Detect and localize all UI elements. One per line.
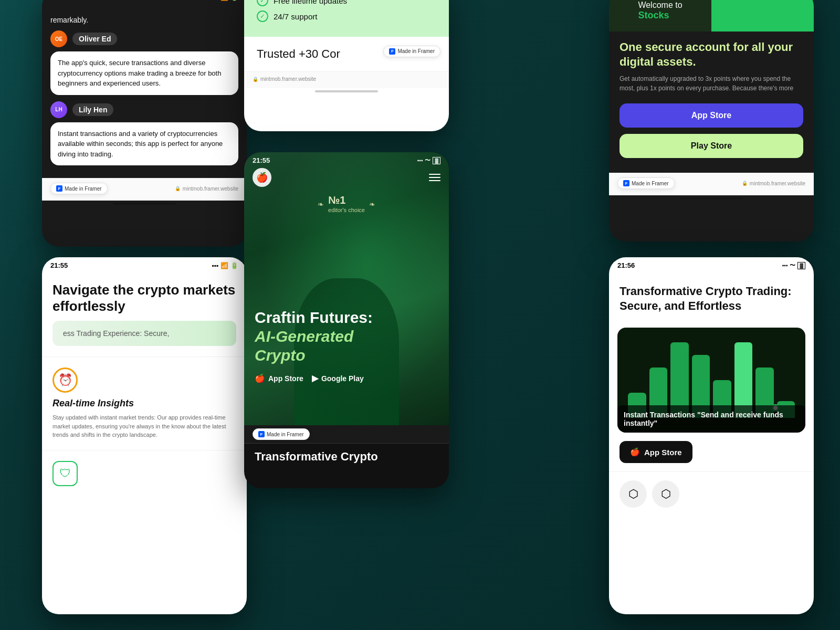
hero-google-play-btn[interactable]: ▶ Google Play: [312, 373, 364, 383]
card-hero: 21:55 ▪▪▪ 〜 ▓ 🍎 ❧ №1 editor's choice ❧: [244, 152, 449, 488]
signal-icon: ▪▪▪: [212, 0, 218, 1]
card2-footer: mintmob.framer.website: [244, 71, 449, 88]
framer-icon-3: F: [623, 180, 629, 186]
security-section: 🛡: [42, 450, 247, 497]
battery-icon-4: 🔋: [230, 262, 238, 269]
site-url-1: mintmob.framer.website: [175, 186, 238, 192]
trusted-section: Trusted +30 Cor F Made in Framer: [244, 37, 449, 71]
app-store-button[interactable]: App Store: [620, 103, 803, 128]
app-store-section: 🍎 App Store: [620, 441, 803, 463]
status-bar-5: 21:55 ▪▪▪ 〜 ▓: [244, 152, 449, 169]
hero-content: Craftin Futures: AI-Generated Crypto 🍎 A…: [255, 308, 438, 383]
stocks-header-right: [711, 0, 814, 32]
framer-label-3: Made in Framer: [632, 181, 669, 186]
user-row-2: LH Lily Hen: [50, 101, 238, 118]
transform-header: Transformative Crypto Trading: Secure, a…: [609, 274, 814, 328]
framer-badge-3: F Made in Framer: [617, 177, 675, 189]
transform-title: Transformative Crypto Trading: Secure, a…: [620, 284, 803, 313]
features-section: ✓ Free lifetime updates ✓ 24/7 support: [244, 0, 449, 37]
insights-section: ⏰ Real-time Insights Stay updated with i…: [42, 356, 247, 450]
username-lily: Lily Hen: [72, 103, 113, 116]
welcome-line2: Stocks: [638, 10, 682, 21]
hamburger-line-1: [429, 174, 440, 175]
crypto-icon-box: ⬡: [620, 480, 647, 508]
framer-badge-float: F Made in Framer: [383, 45, 440, 57]
avatar-lily: LH: [50, 101, 67, 118]
laurel-right: ❧: [369, 200, 375, 208]
signal-icon-5: ▪▪▪: [417, 158, 423, 163]
crypto-icon-box-2: ⬡: [652, 480, 679, 508]
home-indicator-2: [315, 90, 378, 92]
card-chat: ▪▪▪ 📶 🔋 remarkably. OE Oliver Ed The app…: [42, 0, 247, 247]
choice-block: №1 editor's choice: [328, 194, 365, 214]
hero-title-line3: Crypto: [255, 346, 306, 364]
hamburger-menu[interactable]: [429, 174, 440, 181]
hero-title-line2: AI-Generated: [255, 328, 353, 345]
signal-icon-6: ▪▪▪: [782, 262, 788, 268]
feature-label-2: 24/7 support: [274, 12, 317, 21]
framer-icon-1: F: [56, 185, 62, 192]
clock-icon: ⏰: [52, 368, 78, 393]
status-time-4: 21:55: [50, 261, 68, 269]
status-bar-4: 21:55 ▪▪▪ 📶 🔋: [42, 257, 247, 274]
transformative-teaser: Transformative Crypto: [244, 443, 449, 470]
navigate-title: Navigate the crypto markets effortlessly: [52, 282, 236, 314]
chat-bubble-2: Instant transactions and a variety of cr…: [50, 122, 238, 166]
card-navigate: 21:55 ▪▪▪ 📶 🔋 Navigate the crypto market…: [42, 257, 247, 614]
framer-icon-2: F: [389, 48, 395, 55]
remarkably-text: remarkably.: [50, 12, 238, 30]
hero-footer-bar: F Made in Framer: [244, 425, 449, 443]
crypto-network-icon: ⬡: [628, 487, 638, 501]
play-icon: ▶: [312, 373, 318, 383]
trading-pill: ess Trading Experience: Secure,: [52, 321, 236, 346]
framer-badge-2: F Made in Framer: [383, 46, 440, 57]
chat-bubble-1: The app's quick, secure transactions and…: [50, 51, 238, 95]
play-store-button[interactable]: Play Store: [620, 134, 803, 158]
chat-content: remarkably. OE Oliver Ed The app's quick…: [42, 5, 247, 178]
card-features: ✓ Free lifetime updates ✓ 24/7 support T…: [244, 0, 449, 131]
framer-label-5: Made in Framer: [267, 432, 304, 437]
editors-choice: ❧ №1 editor's choice ❧: [318, 194, 375, 214]
framer-label-1: Made in Framer: [65, 186, 102, 192]
stocks-body: One secure account for all your digital …: [609, 32, 814, 173]
hero-image: 🍎 ❧ №1 editor's choice ❧ Craftin Futures…: [244, 152, 449, 425]
hero-title-line1: Craftin Futures:: [255, 309, 373, 326]
laurel-left: ❧: [318, 200, 324, 208]
stocks-headline: One secure account for all your digital …: [620, 40, 803, 69]
user-row-1: OE Oliver Ed: [50, 30, 238, 47]
battery-icon-6: ▓: [797, 262, 805, 269]
apple-icon-6: 🍎: [630, 447, 640, 457]
home-indicator-3: [680, 197, 743, 200]
hamburger-line-3: [429, 180, 440, 181]
stocks-subtext: Get automatically upgraded to 3x points …: [620, 74, 803, 93]
app-store-bottom-btn[interactable]: 🍎 App Store: [620, 441, 692, 463]
framer-badge-1: F Made in Framer: [50, 183, 108, 194]
hero-title: Craftin Futures: AI-Generated Crypto: [255, 308, 438, 365]
apple-icon: 🍎: [255, 373, 265, 383]
feature-label-1: Free lifetime updates: [274, 0, 347, 5]
insights-text: Stay updated with instant market trends:…: [52, 413, 236, 439]
insights-title: Real-time Insights: [52, 398, 236, 409]
wifi-icon-6: 〜: [790, 261, 795, 269]
navigate-header: Navigate the crypto markets effortlessly…: [42, 274, 247, 356]
username-oliver: Oliver Ed: [72, 33, 117, 45]
wifi-icon-4: 📶: [220, 262, 228, 269]
battery-icon: 🔋: [230, 0, 238, 1]
hero-app-store-btn[interactable]: 🍎 App Store: [255, 373, 303, 383]
welcome-line1: Welcome to: [638, 1, 682, 10]
stocks-header-left: Welcome to Stocks: [609, 0, 711, 32]
home-indicator-1: [113, 203, 176, 205]
feature-item-1: ✓ Free lifetime updates: [257, 0, 436, 6]
chart-container: Instant Transactions "Send and receive f…: [617, 328, 805, 433]
site-url-3: mintmob.framer.website: [742, 181, 805, 186]
app-store-bottom-label: App Store: [644, 448, 682, 457]
card3-footer: F Made in Framer mintmob.framer.website: [609, 173, 814, 195]
welcome-text-block: Welcome to Stocks: [629, 1, 690, 21]
hero-app-store-label: App Store: [268, 374, 303, 383]
signal-icon-4: ▪▪▪: [212, 262, 218, 269]
hero-google-play-label: Google Play: [321, 374, 364, 383]
battery-icon-5: ▓: [433, 157, 440, 164]
framer-badge-5: F Made in Framer: [253, 428, 310, 440]
hero-logo: 🍎: [253, 168, 271, 187]
status-bar-1: ▪▪▪ 📶 🔋: [42, 0, 247, 5]
